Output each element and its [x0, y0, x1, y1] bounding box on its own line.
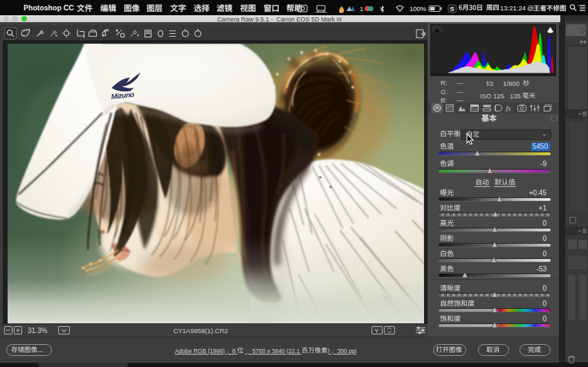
- svg-text:Y: Y: [375, 328, 379, 334]
- svg-text:1: 1: [360, 6, 363, 12]
- svg-text:100%: 100%: [410, 5, 427, 12]
- svg-text:S: S: [450, 6, 454, 12]
- svg-text:31.3%: 31.3%: [28, 327, 47, 334]
- svg-text:fx: fx: [506, 104, 511, 112]
